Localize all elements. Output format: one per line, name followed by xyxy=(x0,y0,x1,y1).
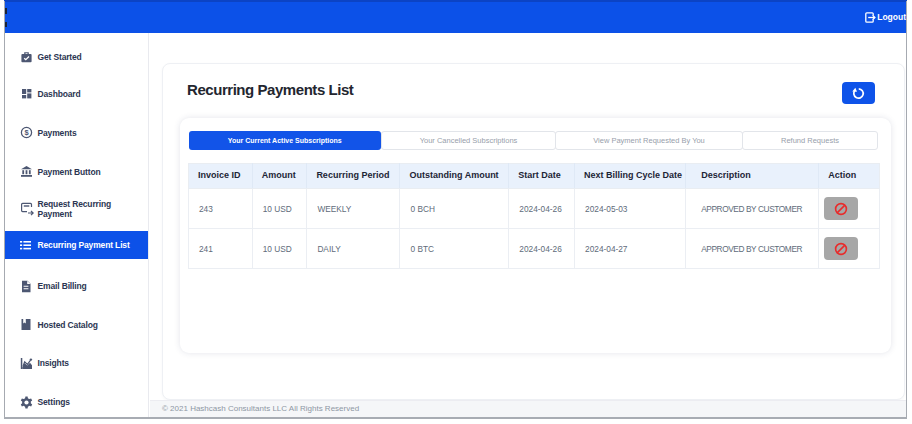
svg-text:$: $ xyxy=(24,128,29,137)
